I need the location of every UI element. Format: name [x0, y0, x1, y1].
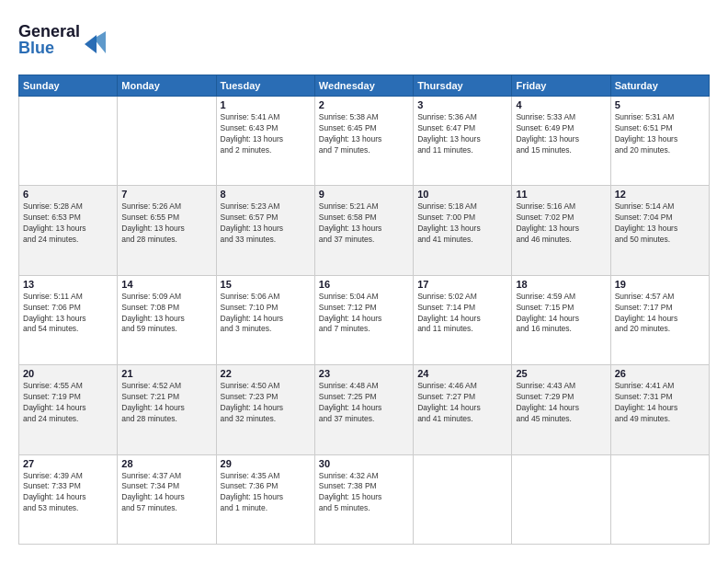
day-info: Sunrise: 5:14 AM Sunset: 7:04 PM Dayligh…: [615, 201, 705, 246]
day-info: Sunrise: 4:35 AM Sunset: 7:36 PM Dayligh…: [221, 471, 311, 515]
calendar-cell: [610, 454, 709, 544]
day-number: 13: [23, 279, 113, 290]
svg-text:General: General: [18, 22, 80, 40]
day-number: 1: [221, 99, 311, 110]
day-info: Sunrise: 5:04 AM Sunset: 7:12 PM Dayligh…: [319, 292, 409, 336]
logo-text: General Blue: [18, 18, 119, 63]
day-number: 3: [417, 99, 507, 110]
day-number: 17: [417, 279, 507, 290]
day-number: 6: [23, 189, 113, 200]
calendar-cell: 8Sunrise: 5:23 AM Sunset: 6:57 PM Daylig…: [216, 186, 314, 275]
svg-marker-2: [85, 35, 97, 53]
day-number: 7: [121, 189, 211, 200]
calendar-table: SundayMondayTuesdayWednesdayThursdayFrid…: [18, 75, 710, 545]
calendar-cell: 12Sunrise: 5:14 AM Sunset: 7:04 PM Dayli…: [610, 186, 709, 275]
calendar-cell: 24Sunrise: 4:46 AM Sunset: 7:27 PM Dayli…: [414, 365, 512, 454]
calendar-cell: 4Sunrise: 5:33 AM Sunset: 6:49 PM Daylig…: [512, 97, 610, 186]
day-number: 9: [319, 189, 409, 200]
calendar-page: General Blue SundayMondayTuesdayWednesda…: [0, 0, 728, 563]
day-info: Sunrise: 4:37 AM Sunset: 7:34 PM Dayligh…: [121, 471, 211, 515]
day-number: 27: [23, 458, 113, 469]
calendar-cell: 27Sunrise: 4:39 AM Sunset: 7:33 PM Dayli…: [19, 454, 118, 544]
calendar-cell: 7Sunrise: 5:26 AM Sunset: 6:55 PM Daylig…: [118, 186, 216, 275]
calendar-cell: 1Sunrise: 5:41 AM Sunset: 6:43 PM Daylig…: [216, 97, 314, 186]
calendar-header-row: SundayMondayTuesdayWednesdayThursdayFrid…: [19, 75, 710, 97]
day-number: 15: [221, 279, 311, 290]
calendar-cell: 20Sunrise: 4:55 AM Sunset: 7:19 PM Dayli…: [19, 365, 118, 454]
calendar-cell: 16Sunrise: 5:04 AM Sunset: 7:12 PM Dayli…: [314, 275, 413, 364]
calendar-cell: 22Sunrise: 4:50 AM Sunset: 7:23 PM Dayli…: [216, 365, 314, 454]
calendar-cell: 17Sunrise: 5:02 AM Sunset: 7:14 PM Dayli…: [414, 275, 512, 364]
day-info: Sunrise: 4:48 AM Sunset: 7:25 PM Dayligh…: [319, 381, 409, 425]
calendar-cell: [414, 454, 512, 544]
day-info: Sunrise: 5:33 AM Sunset: 6:49 PM Dayligh…: [516, 112, 606, 156]
calendar-cell: 5Sunrise: 5:31 AM Sunset: 6:51 PM Daylig…: [610, 97, 709, 186]
day-info: Sunrise: 5:11 AM Sunset: 7:06 PM Dayligh…: [23, 292, 113, 336]
day-info: Sunrise: 5:02 AM Sunset: 7:14 PM Dayligh…: [417, 292, 507, 336]
calendar-cell: 26Sunrise: 4:41 AM Sunset: 7:31 PM Dayli…: [610, 365, 709, 454]
day-info: Sunrise: 5:41 AM Sunset: 6:43 PM Dayligh…: [221, 112, 311, 156]
day-info: Sunrise: 4:59 AM Sunset: 7:15 PM Dayligh…: [516, 292, 606, 336]
day-number: 14: [121, 279, 211, 290]
day-number: 23: [319, 368, 409, 379]
day-info: Sunrise: 5:38 AM Sunset: 6:45 PM Dayligh…: [319, 112, 409, 156]
day-number: 30: [319, 458, 409, 469]
day-info: Sunrise: 5:06 AM Sunset: 7:10 PM Dayligh…: [221, 292, 311, 336]
calendar-cell: 9Sunrise: 5:21 AM Sunset: 6:58 PM Daylig…: [314, 186, 413, 275]
day-number: 2: [319, 99, 409, 110]
day-header-wednesday: Wednesday: [314, 75, 413, 97]
day-info: Sunrise: 4:39 AM Sunset: 7:33 PM Dayligh…: [23, 471, 113, 515]
day-info: Sunrise: 5:36 AM Sunset: 6:47 PM Dayligh…: [417, 112, 507, 156]
day-info: Sunrise: 4:55 AM Sunset: 7:19 PM Dayligh…: [23, 381, 113, 425]
calendar-cell: 3Sunrise: 5:36 AM Sunset: 6:47 PM Daylig…: [414, 97, 512, 186]
calendar-cell: 25Sunrise: 4:43 AM Sunset: 7:29 PM Dayli…: [512, 365, 610, 454]
day-header-friday: Friday: [512, 75, 610, 97]
calendar-week-2: 6Sunrise: 5:28 AM Sunset: 6:53 PM Daylig…: [19, 186, 710, 275]
day-number: 10: [417, 189, 507, 200]
calendar-cell: [19, 97, 118, 186]
day-number: 4: [516, 99, 606, 110]
day-number: 19: [615, 279, 705, 290]
day-info: Sunrise: 4:50 AM Sunset: 7:23 PM Dayligh…: [221, 381, 311, 425]
calendar-cell: 15Sunrise: 5:06 AM Sunset: 7:10 PM Dayli…: [216, 275, 314, 364]
day-info: Sunrise: 4:32 AM Sunset: 7:38 PM Dayligh…: [319, 471, 409, 515]
day-header-sunday: Sunday: [19, 75, 118, 97]
day-info: Sunrise: 4:57 AM Sunset: 7:17 PM Dayligh…: [615, 292, 705, 336]
day-number: 18: [516, 279, 606, 290]
day-number: 22: [221, 368, 311, 379]
calendar-cell: 6Sunrise: 5:28 AM Sunset: 6:53 PM Daylig…: [19, 186, 118, 275]
day-number: 11: [516, 189, 606, 200]
day-header-thursday: Thursday: [414, 75, 512, 97]
day-info: Sunrise: 4:41 AM Sunset: 7:31 PM Dayligh…: [615, 381, 705, 425]
calendar-cell: 30Sunrise: 4:32 AM Sunset: 7:38 PM Dayli…: [314, 454, 413, 544]
day-info: Sunrise: 5:23 AM Sunset: 6:57 PM Dayligh…: [221, 201, 311, 246]
day-info: Sunrise: 5:26 AM Sunset: 6:55 PM Dayligh…: [121, 201, 211, 246]
calendar-cell: 29Sunrise: 4:35 AM Sunset: 7:36 PM Dayli…: [216, 454, 314, 544]
day-number: 26: [615, 368, 705, 379]
day-info: Sunrise: 5:09 AM Sunset: 7:08 PM Dayligh…: [121, 292, 211, 336]
calendar-cell: 2Sunrise: 5:38 AM Sunset: 6:45 PM Daylig…: [314, 97, 413, 186]
calendar-week-3: 13Sunrise: 5:11 AM Sunset: 7:06 PM Dayli…: [19, 275, 710, 364]
day-info: Sunrise: 5:16 AM Sunset: 7:02 PM Dayligh…: [516, 201, 606, 246]
day-info: Sunrise: 5:21 AM Sunset: 6:58 PM Dayligh…: [319, 201, 409, 246]
day-header-monday: Monday: [118, 75, 216, 97]
calendar-cell: 10Sunrise: 5:18 AM Sunset: 7:00 PM Dayli…: [414, 186, 512, 275]
day-number: 5: [615, 99, 705, 110]
day-number: 29: [221, 458, 311, 469]
calendar-week-4: 20Sunrise: 4:55 AM Sunset: 7:19 PM Dayli…: [19, 365, 710, 454]
calendar-cell: 18Sunrise: 4:59 AM Sunset: 7:15 PM Dayli…: [512, 275, 610, 364]
day-info: Sunrise: 5:18 AM Sunset: 7:00 PM Dayligh…: [417, 201, 507, 246]
day-info: Sunrise: 5:28 AM Sunset: 6:53 PM Dayligh…: [23, 201, 113, 246]
day-number: 25: [516, 368, 606, 379]
calendar-cell: 11Sunrise: 5:16 AM Sunset: 7:02 PM Dayli…: [512, 186, 610, 275]
calendar-cell: 19Sunrise: 4:57 AM Sunset: 7:17 PM Dayli…: [610, 275, 709, 364]
day-number: 20: [23, 368, 113, 379]
day-info: Sunrise: 4:43 AM Sunset: 7:29 PM Dayligh…: [516, 381, 606, 425]
calendar-cell: [118, 97, 216, 186]
day-number: 16: [319, 279, 409, 290]
calendar-week-1: 1Sunrise: 5:41 AM Sunset: 6:43 PM Daylig…: [19, 97, 710, 186]
day-header-saturday: Saturday: [610, 75, 709, 97]
logo: General Blue: [18, 18, 119, 63]
calendar-cell: 13Sunrise: 5:11 AM Sunset: 7:06 PM Dayli…: [19, 275, 118, 364]
day-header-tuesday: Tuesday: [216, 75, 314, 97]
